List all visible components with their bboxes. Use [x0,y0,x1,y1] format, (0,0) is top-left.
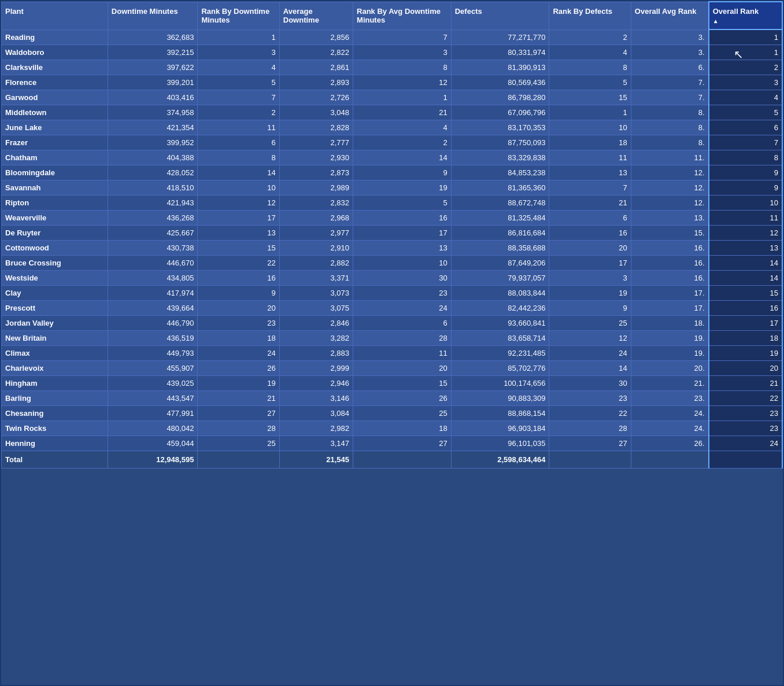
cell-avg-downtime: 3,282 [279,331,353,346]
cell-overall-avg-rank: 16. [631,241,708,256]
cell-plant: Jordan Valley [2,316,108,331]
cell-rank-avg-downtime: 11 [353,346,452,361]
cell-overall-rank: 19 [709,346,782,361]
total-rank-defects [549,451,631,469]
cell-rank-defects: 6 [549,211,631,226]
cell-plant: Barling [2,391,108,406]
cell-overall-avg-rank: 15. [631,226,708,241]
table-row: Barling443,547213,1462690,883,3092323.22 [2,391,783,406]
cell-rank-downtime: 14 [198,165,279,180]
cell-defects: 81,365,360 [451,180,549,196]
col-header-rank-by-downtime[interactable]: Rank By Downtime Minutes [198,2,279,29]
cell-downtime-min: 397,622 [108,60,198,75]
table-row: Frazer399,95262,777287,750,093188.7 [2,135,783,150]
col-header-overall-avg-rank[interactable]: Overall Avg Rank [631,2,708,29]
cell-downtime-min: 439,664 [108,301,198,316]
cell-downtime-min: 404,388 [108,150,198,165]
cell-avg-downtime: 2,873 [279,165,353,180]
cell-overall-avg-rank: 7. [631,90,708,105]
table-row: Clarksville397,62242,861881,390,91386.2 [2,60,783,75]
cell-rank-avg-downtime: 4 [353,120,452,135]
total-downtime-min: 12,948,595 [108,451,198,469]
table-row: Hingham439,025192,94615100,174,6563021.2… [2,376,783,391]
col-header-overall-rank[interactable]: Overall Rank [709,2,782,29]
cell-rank-avg-downtime: 3 [353,45,452,60]
cell-downtime-min: 439,025 [108,376,198,391]
cell-plant: Waldoboro [2,45,108,60]
cell-avg-downtime: 3,147 [279,436,353,451]
cell-plant: Middletown [2,105,108,120]
cell-plant: Bruce Crossing [2,256,108,271]
cell-rank-defects: 9 [549,301,631,316]
cell-avg-downtime: 2,822 [279,45,353,60]
cell-rank-defects: 25 [549,316,631,331]
cell-rank-defects: 3 [549,271,631,286]
cell-overall-rank: 17 [709,316,782,331]
cell-rank-downtime: 18 [198,331,279,346]
cell-overall-rank: 23 [709,421,782,436]
cell-defects: 96,101,035 [451,436,549,451]
cell-rank-defects: 22 [549,406,631,421]
cell-avg-downtime: 2,726 [279,90,353,105]
cell-plant: Reading [2,29,108,45]
cell-rank-defects: 19 [549,286,631,301]
cell-overall-avg-rank: 8. [631,120,708,135]
cell-overall-rank: 5 [709,105,782,120]
total-overall-rank [709,451,782,469]
cell-plant: Florence [2,75,108,90]
col-header-plant[interactable]: Plant [2,2,108,29]
cell-downtime-min: 446,790 [108,316,198,331]
cell-rank-avg-downtime: 18 [353,421,452,436]
cell-rank-avg-downtime: 28 [353,331,452,346]
col-header-rank-defects[interactable]: Rank By Defects [549,2,631,29]
cell-avg-downtime: 2,832 [279,196,353,211]
col-header-avg-downtime[interactable]: Average Downtime [279,2,353,29]
cell-rank-defects: 27 [549,436,631,451]
cell-overall-rank: 2 [709,60,782,75]
cell-defects: 80,569,436 [451,75,549,90]
totals-row: Total 12,948,595 21,545 2,598,634,464 [2,451,783,469]
cell-rank-downtime: 25 [198,436,279,451]
cell-rank-defects: 28 [549,421,631,436]
cell-defects: 87,649,206 [451,256,549,271]
cell-rank-avg-downtime: 5 [353,196,452,211]
cell-rank-avg-downtime: 16 [353,211,452,226]
cell-plant: Weaverville [2,211,108,226]
table-row: Henning459,044253,1472796,101,0352726.24 [2,436,783,451]
cell-rank-avg-downtime: 10 [353,256,452,271]
cell-overall-avg-rank: 16. [631,271,708,286]
cell-downtime-min: 428,052 [108,165,198,180]
table-row: Cottonwood430,738152,9101388,358,6882016… [2,241,783,256]
cell-avg-downtime: 2,989 [279,180,353,196]
cell-overall-rank: 22 [709,391,782,406]
cell-downtime-min: 436,519 [108,331,198,346]
cell-overall-rank: 1 [709,45,782,60]
cell-avg-downtime: 2,968 [279,211,353,226]
cell-downtime-min: 425,667 [108,226,198,241]
cell-downtime-min: 417,974 [108,286,198,301]
cell-rank-avg-downtime: 6 [353,316,452,331]
cell-rank-defects: 30 [549,376,631,391]
cell-overall-avg-rank: 12. [631,196,708,211]
table-row: Westside434,805163,3713079,937,057316.14 [2,271,783,286]
cell-defects: 83,329,838 [451,150,549,165]
cell-avg-downtime: 2,946 [279,376,353,391]
cell-rank-downtime: 15 [198,241,279,256]
cell-downtime-min: 436,268 [108,211,198,226]
col-header-rank-avg-downtime[interactable]: Rank By Avg Downtime Minutes [353,2,452,29]
cell-defects: 88,083,844 [451,286,549,301]
cell-defects: 100,174,656 [451,376,549,391]
cell-overall-avg-rank: 11. [631,150,708,165]
cell-avg-downtime: 2,982 [279,421,353,436]
cell-plant: Ripton [2,196,108,211]
cell-overall-avg-rank: 17. [631,286,708,301]
cell-overall-rank: 8 [709,150,782,165]
cell-avg-downtime: 2,777 [279,135,353,150]
col-header-downtime-minutes[interactable]: Downtime Minutes [108,2,198,29]
cell-overall-avg-rank: 7. [631,75,708,90]
cell-rank-avg-downtime: 17 [353,226,452,241]
cell-plant: Chesaning [2,406,108,421]
cell-plant: Frazer [2,135,108,150]
col-header-defects[interactable]: Defects [451,2,549,29]
table-row: Waldoboro392,21532,822380,331,97443.1 [2,45,783,60]
